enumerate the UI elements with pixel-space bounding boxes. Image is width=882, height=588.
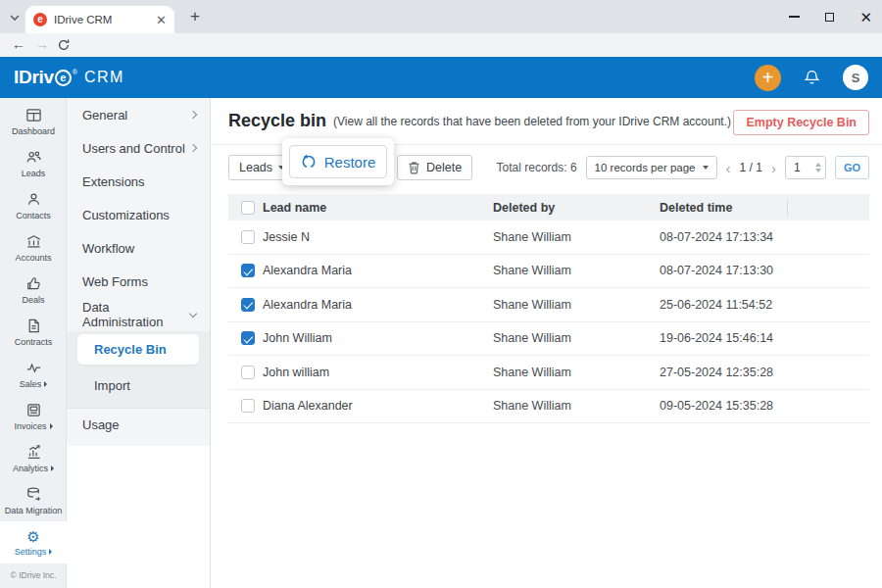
cell-deleted-time: 27-05-2024 12:35:28 (660, 366, 787, 379)
accounts-icon (25, 233, 42, 250)
browser-toolbar: ← → design.devidrivecrm.com/app/recycleb… (0, 33, 882, 57)
table-row[interactable]: John William Shane William 19-06-2024 15… (228, 322, 869, 357)
total-records-label: Total records: 6 (497, 161, 577, 174)
quick-add-button[interactable]: + (755, 65, 781, 91)
sidebar-item-label: Deals (22, 295, 44, 305)
prev-page-icon[interactable]: ‹ (726, 161, 731, 175)
restore-popup: Restore (282, 138, 394, 185)
menu-item-customizations[interactable]: Customizations (67, 198, 210, 231)
header-column-divider (787, 200, 788, 216)
table-row[interactable]: Jessie N Shane William 08-07-2024 17:13:… (228, 220, 869, 255)
user-avatar[interactable]: S (843, 65, 868, 90)
row-checkbox[interactable] (241, 298, 255, 312)
cell-deleted-by: Shane William (493, 298, 660, 312)
sidebar-item-label: Sales (20, 379, 48, 389)
menu-item-recycle-bin[interactable]: Recycle Bin (77, 334, 199, 365)
cell-deleted-by: Shane William (493, 366, 660, 379)
analytics-icon (25, 444, 42, 461)
menu-item-workflow[interactable]: Workflow (67, 231, 210, 265)
sidebar-item-sales[interactable]: Sales (0, 353, 67, 395)
cell-lead-name: Diana Alexander (263, 399, 493, 413)
sidebar-item-deals[interactable]: Deals (0, 269, 67, 311)
sidebar-item-invoices[interactable]: Invoices (0, 395, 67, 437)
records-per-page-dropdown[interactable]: 10 records per page (586, 156, 717, 179)
page-input-spinners[interactable] (815, 163, 821, 172)
go-button[interactable]: GO (835, 156, 869, 179)
contracts-icon (25, 318, 42, 334)
window-minimize-icon[interactable] (789, 16, 800, 17)
tab-search-chevron-icon[interactable] (8, 11, 22, 24)
window-controls: ✕ (789, 0, 872, 33)
menu-item-extensions[interactable]: Extensions (67, 165, 210, 198)
chevron-right-icon (189, 111, 197, 119)
sidebar-item-leads[interactable]: Leads (0, 142, 67, 184)
table-row[interactable]: Diana Alexander Shane William 09-05-2024… (228, 390, 869, 424)
reload-icon[interactable] (57, 38, 74, 52)
delete-button[interactable]: Delete (397, 155, 472, 180)
menu-item-label: Data Administration (82, 300, 190, 329)
menu-item-import[interactable]: Import (67, 368, 210, 402)
page-heading: Recycle bin (View all the records that h… (228, 111, 752, 131)
sidebar-item-label: Leads (22, 169, 46, 178)
row-checkbox[interactable] (241, 264, 255, 277)
spinner-up-icon[interactable] (815, 163, 821, 167)
sidebar-item-label: Dashboard (12, 126, 55, 136)
cell-deleted-time: 25-06-2024 11:54:52 (660, 298, 787, 312)
sidebar-item-settings[interactable]: ⚙ Settings (0, 521, 67, 564)
contacts-icon (25, 191, 42, 208)
sidebar-item-label: Data Migration (5, 506, 63, 515)
window-maximize-icon[interactable] (825, 13, 834, 22)
sidebar-item-contacts[interactable]: Contacts (0, 184, 67, 226)
select-all-checkbox[interactable] (241, 201, 255, 215)
cell-deleted-by: Shane William (493, 264, 660, 277)
menu-item-label: Import (94, 378, 130, 393)
window-close-icon[interactable]: ✕ (859, 10, 872, 24)
menu-item-data-administration[interactable]: Data Administration (67, 298, 210, 331)
new-tab-button[interactable]: + (186, 8, 204, 25)
restore-icon (301, 154, 317, 170)
page-number-input[interactable] (794, 161, 811, 174)
menu-item-general[interactable]: General (67, 98, 210, 131)
sidebar-item-contracts[interactable]: Contracts (0, 311, 67, 353)
sidebar-item-dashboard[interactable]: Dashboard (0, 100, 67, 142)
forward-icon[interactable]: → (33, 36, 51, 52)
menu-item-label: Customizations (82, 208, 170, 222)
dashboard-icon (25, 107, 42, 123)
sidebar-item-accounts[interactable]: Accounts (0, 226, 67, 269)
table-row[interactable]: Alexandra Maria Shane William 25-06-2024… (228, 288, 869, 322)
deals-icon (25, 275, 42, 292)
tab-title: IDrive CRM (54, 14, 152, 25)
tab-close-icon[interactable]: ✕ (156, 14, 167, 26)
restore-button[interactable]: Restore (289, 145, 387, 178)
browser-tab[interactable]: e IDrive CRM ✕ (25, 6, 174, 33)
notifications-bell-icon[interactable] (803, 69, 821, 87)
sidebar-item-label: Accounts (15, 253, 51, 263)
menu-item-label: Usage (82, 417, 120, 432)
column-header-deleted-time: Deleted time (660, 201, 787, 215)
cell-deleted-by: Shane William (493, 399, 660, 413)
row-checkbox[interactable] (241, 230, 255, 244)
menu-item-label: Extensions (82, 174, 145, 189)
table-row[interactable]: Alexandra Maria Shane William 08-07-2024… (228, 255, 869, 289)
copyright-text: © IDrive Inc. (0, 570, 67, 580)
table-row[interactable]: John william Shane William 27-05-2024 12… (228, 356, 869, 390)
page-number-input-wrap (785, 156, 826, 179)
back-icon[interactable]: ← (10, 36, 27, 52)
module-sidebar: Dashboard Leads Contacts Accounts Deals … (0, 98, 67, 588)
menu-item-label: General (82, 108, 127, 122)
row-checkbox[interactable] (241, 331, 255, 345)
menu-item-users-and-control[interactable]: Users and Control (67, 131, 210, 165)
row-checkbox[interactable] (241, 366, 255, 379)
menu-item-web-forms[interactable]: Web Forms (67, 265, 210, 298)
menu-item-usage[interactable]: Usage (67, 408, 210, 441)
spinner-down-icon[interactable] (815, 169, 821, 172)
sidebar-item-label: Contracts (15, 337, 53, 347)
sidebar-item-analytics[interactable]: Analytics (0, 437, 67, 479)
empty-recycle-bin-button[interactable]: Empty Recycle Bin (733, 110, 869, 135)
row-checkbox[interactable] (241, 399, 255, 413)
settings-gear-icon: ⚙ (26, 529, 39, 544)
sidebar-item-data-migration[interactable]: Data Migration (0, 479, 67, 521)
next-page-icon[interactable]: › (771, 161, 776, 175)
idrive-favicon-icon: e (33, 13, 47, 26)
menu-item-label: Workflow (82, 241, 134, 256)
